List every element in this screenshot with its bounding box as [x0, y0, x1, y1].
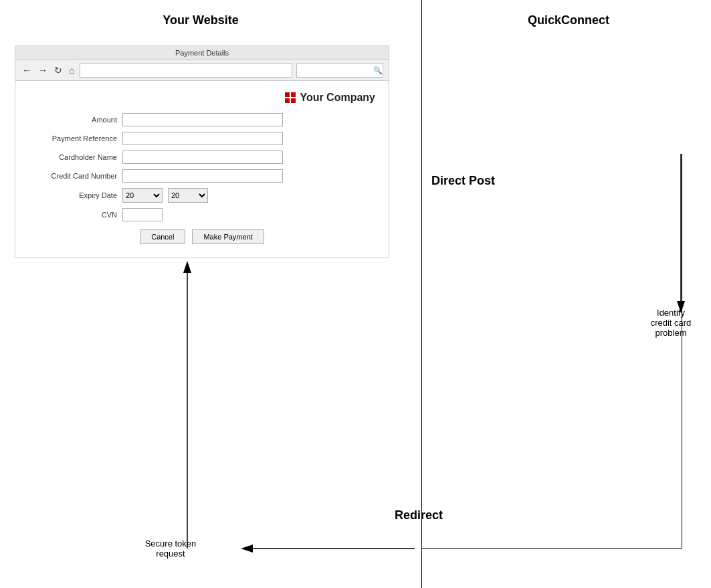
search-icon: 🔍	[373, 66, 383, 75]
make-payment-button[interactable]: Make Payment	[192, 229, 264, 244]
expiry-date-label: Expiry Date	[29, 191, 122, 199]
amount-row: Amount	[29, 113, 375, 126]
browser-titlebar: Payment Details	[15, 46, 389, 60]
credit-card-number-row: Credit Card Number	[29, 169, 375, 183]
left-column-header: Your Website	[33, 13, 368, 27]
svg-marker-3	[241, 545, 253, 553]
company-header: Your Company	[29, 92, 375, 104]
cardholder-name-label: Cardholder Name	[29, 153, 122, 161]
payment-reference-label: Payment Reference	[29, 134, 122, 142]
refresh-button[interactable]: ↻	[53, 65, 64, 76]
company-name: Your Company	[300, 92, 375, 104]
expiry-month-select[interactable]: 20	[122, 188, 163, 203]
amount-label: Amount	[29, 116, 122, 124]
home-button[interactable]: ⌂	[68, 65, 76, 76]
cvn-label: CVN	[29, 211, 122, 219]
url-input[interactable]	[80, 63, 292, 78]
expiry-date-row: Expiry Date 20 20	[29, 188, 375, 203]
cvn-input[interactable]	[122, 208, 163, 221]
cardholder-name-row: Cardholder Name	[29, 151, 375, 164]
redirect-label: Redirect	[395, 508, 443, 522]
credit-card-number-label: Credit Card Number	[29, 172, 122, 180]
forward-button[interactable]: →	[37, 65, 49, 76]
cancel-button[interactable]: Cancel	[140, 229, 185, 244]
payment-form: Your Company Amount Payment Reference Ca…	[15, 81, 389, 258]
payment-reference-input[interactable]	[122, 132, 283, 145]
search-box: 🔍	[296, 63, 383, 78]
form-buttons: Cancel Make Payment	[29, 229, 375, 244]
search-input[interactable]	[300, 66, 373, 74]
svg-marker-1	[183, 261, 191, 273]
identify-label: Identifycredit cardproblem	[637, 308, 704, 338]
direct-post-box	[421, 154, 682, 549]
secure-token-label: Secure tokenrequest	[127, 538, 214, 559]
back-button[interactable]: ←	[21, 65, 33, 76]
company-logo	[285, 92, 296, 103]
payment-reference-row: Payment Reference	[29, 132, 375, 145]
cardholder-name-input[interactable]	[122, 151, 283, 164]
amount-input[interactable]	[122, 113, 283, 126]
expiry-year-select[interactable]: 20	[168, 188, 208, 203]
browser-toolbar: ← → ↻ ⌂ 🔍	[15, 60, 389, 81]
credit-card-number-input[interactable]	[122, 169, 283, 183]
right-column-header: QuickConnect	[441, 13, 696, 27]
browser-mockup: Payment Details ← → ↻ ⌂ 🔍 Your Company A…	[15, 45, 389, 258]
cvn-row: CVN	[29, 208, 375, 221]
